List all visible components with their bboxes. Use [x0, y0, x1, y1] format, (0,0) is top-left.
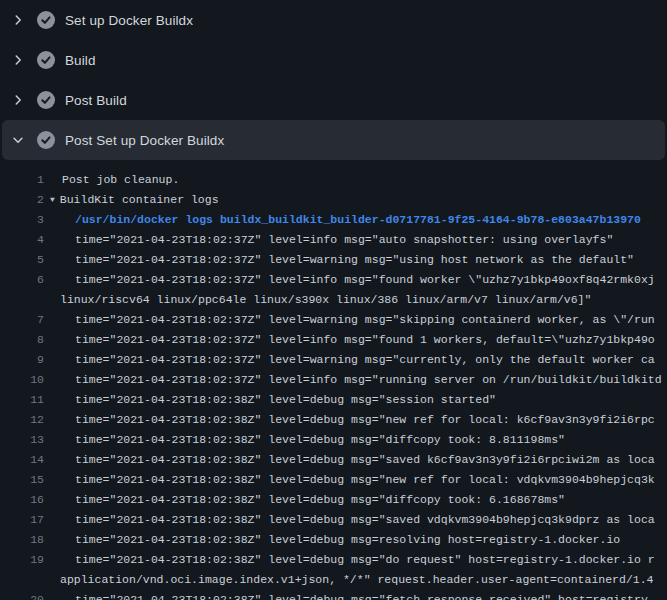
log-line: 5time="2021-04-23T18:02:37Z" level=warni…	[0, 250, 667, 270]
line-number[interactable]: 1	[0, 170, 44, 190]
log-text: time="2021-04-23T18:02:37Z" level=warnin…	[44, 310, 655, 330]
line-number[interactable]	[0, 570, 44, 590]
step-row-post-set-up-docker-buildx[interactable]: Post Set up Docker Buildx	[2, 120, 665, 160]
log-text: time="2021-04-23T18:02:38Z" level=debug …	[44, 390, 496, 410]
line-number[interactable]: 5	[0, 250, 44, 270]
log-text: time="2021-04-23T18:02:37Z" level=info m…	[44, 330, 655, 350]
log-text: time="2021-04-23T18:02:38Z" level=debug …	[44, 430, 565, 450]
log-line: 17time="2021-04-23T18:02:38Z" level=debu…	[0, 510, 667, 530]
log-group-toggle[interactable]: ▼BuildKit container logs	[44, 190, 219, 210]
step-label: Post Set up Docker Buildx	[65, 133, 224, 148]
log-text: time="2021-04-23T18:02:38Z" level=debug …	[44, 590, 655, 600]
log-line: 6time="2021-04-23T18:02:37Z" level=info …	[0, 270, 667, 290]
line-number[interactable]: 12	[0, 410, 44, 430]
log-text: time="2021-04-23T18:02:38Z" level=debug …	[44, 490, 565, 510]
log-text: linux/riscv64 linux/ppc64le linux/s390x …	[44, 290, 591, 310]
log-line: 20time="2021-04-23T18:02:38Z" level=debu…	[0, 590, 667, 600]
step-label: Post Build	[65, 93, 127, 108]
chevron-down-icon	[10, 132, 26, 148]
line-number[interactable]: 7	[0, 310, 44, 330]
log-line: 1Post job cleanup.	[0, 170, 667, 190]
line-number[interactable]: 16	[0, 490, 44, 510]
actions-log-panel: Set up Docker BuildxBuildPost BuildPost …	[0, 0, 667, 600]
log-line: 8time="2021-04-23T18:02:37Z" level=info …	[0, 330, 667, 350]
line-number[interactable]: 17	[0, 510, 44, 530]
log-line: 15time="2021-04-23T18:02:38Z" level=debu…	[0, 470, 667, 490]
step-label: Build	[65, 53, 96, 68]
line-number[interactable]: 15	[0, 470, 44, 490]
log-group-label: BuildKit container logs	[60, 193, 219, 206]
check-circle-icon	[37, 91, 55, 109]
chevron-right-icon	[10, 52, 26, 68]
check-circle-icon	[37, 11, 55, 29]
step-row-post-build[interactable]: Post Build	[0, 80, 667, 120]
log-line: 3/usr/bin/docker logs buildx_buildkit_bu…	[0, 210, 667, 230]
log-line: 9time="2021-04-23T18:02:37Z" level=warni…	[0, 350, 667, 370]
log-line: 18time="2021-04-23T18:02:38Z" level=debu…	[0, 530, 667, 550]
step-row-set-up-docker-buildx[interactable]: Set up Docker Buildx	[0, 0, 667, 40]
check-circle-icon	[37, 131, 55, 149]
line-number[interactable]: 14	[0, 450, 44, 470]
log-line: 13time="2021-04-23T18:02:38Z" level=debu…	[0, 430, 667, 450]
log-line: 4time="2021-04-23T18:02:37Z" level=info …	[0, 230, 667, 250]
log-line: 2▼BuildKit container logs	[0, 190, 667, 210]
line-number[interactable]: 9	[0, 350, 44, 370]
steps-list: Set up Docker BuildxBuildPost BuildPost …	[0, 0, 667, 160]
line-number[interactable]: 8	[0, 330, 44, 350]
line-number[interactable]: 20	[0, 590, 44, 600]
log-command-text: /usr/bin/docker logs buildx_buildkit_bui…	[44, 210, 641, 230]
log-line: 11time="2021-04-23T18:02:38Z" level=debu…	[0, 390, 667, 410]
line-number[interactable]	[0, 290, 44, 310]
log-line: 12time="2021-04-23T18:02:38Z" level=debu…	[0, 410, 667, 430]
chevron-right-icon	[10, 12, 26, 28]
line-number[interactable]: 6	[0, 270, 44, 290]
log-line: 16time="2021-04-23T18:02:38Z" level=debu…	[0, 490, 667, 510]
log-text: application/vnd.oci.image.index.v1+json,…	[44, 570, 654, 590]
log-text: time="2021-04-23T18:02:38Z" level=debug …	[44, 410, 655, 430]
log-text: time="2021-04-23T18:02:38Z" level=debug …	[44, 470, 655, 490]
line-number[interactable]: 10	[0, 370, 44, 390]
step-label: Set up Docker Buildx	[65, 13, 193, 28]
log-text: time="2021-04-23T18:02:37Z" level=info m…	[44, 270, 655, 290]
line-number[interactable]: 19	[0, 550, 44, 570]
log-text: time="2021-04-23T18:02:38Z" level=debug …	[44, 530, 620, 550]
collapse-triangle-icon: ▼	[50, 190, 55, 210]
line-number[interactable]: 2	[0, 190, 44, 210]
log-line: application/vnd.oci.image.index.v1+json,…	[0, 570, 667, 590]
line-number[interactable]: 11	[0, 390, 44, 410]
log-text: Post job cleanup.	[44, 170, 179, 190]
log-text: time="2021-04-23T18:02:37Z" level=warnin…	[44, 250, 634, 270]
line-number[interactable]: 3	[0, 210, 44, 230]
log-text: time="2021-04-23T18:02:37Z" level=info m…	[44, 230, 613, 250]
log-text: time="2021-04-23T18:02:38Z" level=debug …	[44, 450, 655, 470]
log-text: time="2021-04-23T18:02:38Z" level=debug …	[44, 550, 655, 570]
line-number[interactable]: 18	[0, 530, 44, 550]
log-line: 14time="2021-04-23T18:02:38Z" level=debu…	[0, 450, 667, 470]
check-circle-icon	[37, 51, 55, 69]
line-number[interactable]: 4	[0, 230, 44, 250]
step-row-build[interactable]: Build	[0, 40, 667, 80]
log-line: linux/riscv64 linux/ppc64le linux/s390x …	[0, 290, 667, 310]
log-text: time="2021-04-23T18:02:37Z" level=warnin…	[44, 350, 655, 370]
log-text: time="2021-04-23T18:02:38Z" level=debug …	[44, 510, 655, 530]
log-viewer: 1Post job cleanup.2▼BuildKit container l…	[0, 160, 667, 600]
log-line: 10time="2021-04-23T18:02:37Z" level=info…	[0, 370, 667, 390]
log-text: time="2021-04-23T18:02:37Z" level=info m…	[44, 370, 662, 390]
log-line: 7time="2021-04-23T18:02:37Z" level=warni…	[0, 310, 667, 330]
chevron-right-icon	[10, 92, 26, 108]
log-line: 19time="2021-04-23T18:02:38Z" level=debu…	[0, 550, 667, 570]
line-number[interactable]: 13	[0, 430, 44, 450]
